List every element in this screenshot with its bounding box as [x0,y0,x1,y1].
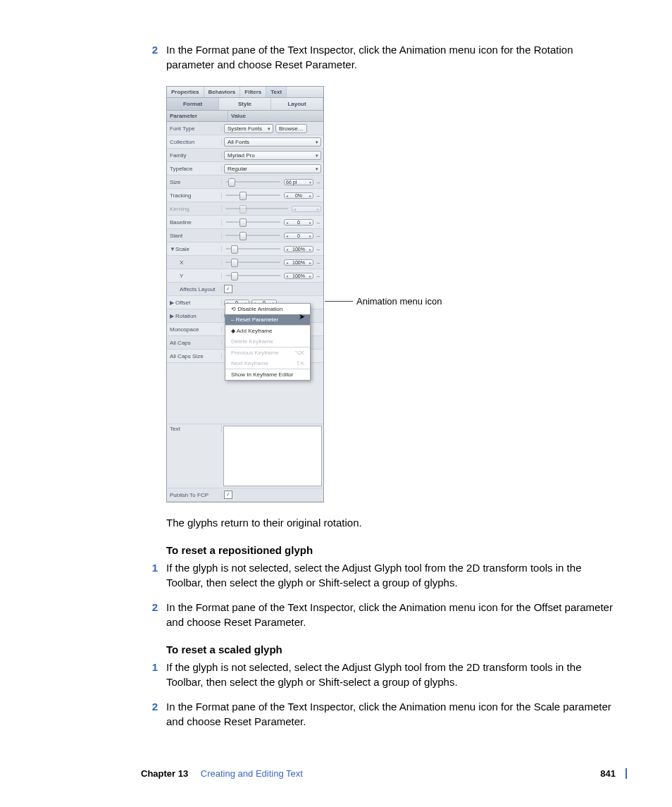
row-scale-y: Y ◂100%▸ – [167,269,323,283]
row-text: Text [167,424,323,488]
label-y: Y [167,273,222,279]
row-tracking: Tracking ◂0%▸ – [167,189,323,202]
screenshot-figure: Properties Behaviors Filters Text Format… [166,86,462,503]
row-slant: Slant ◂0▸ – [167,229,323,242]
menu-add-keyframe[interactable]: ◆ Add Keyframe [225,326,310,336]
row-affects-layout: Affects Layout ✓ [167,283,323,296]
footer-page-number: 841 [600,768,616,779]
label-all-caps-size: All Caps Size [167,353,222,359]
menu-disable-animation[interactable]: ⟲ Disable Animation [225,304,310,314]
animation-menu-icon[interactable]: – [316,219,321,226]
font-type-select[interactable]: System Fonts▾ [224,124,273,133]
x-slider[interactable] [224,259,282,266]
section2-step1: 1 If the glyph is not selected, select t… [141,660,616,689]
text-content-field[interactable] [223,426,322,486]
header-parameter: Parameter [167,111,228,121]
slant-value[interactable]: ◂0▸ [284,233,313,239]
step-body: In the Format pane of the Text Inspector… [166,42,616,72]
y-slider[interactable] [224,272,282,279]
kerning-value: ◂▸ [292,206,321,212]
disclosure-triangle-icon[interactable]: ▼ [170,246,175,252]
collection-select[interactable]: All Fonts▾ [224,137,321,147]
baseline-slider[interactable] [224,218,282,226]
animation-menu-icon[interactable]: – [316,246,321,252]
subtab-format[interactable]: Format [167,98,219,110]
animation-menu-icon[interactable]: – [316,192,321,199]
label-affects-layout: Affects Layout [167,286,222,292]
footer-title: Creating and Editing Text [201,768,303,779]
tracking-value[interactable]: ◂0%▸ [284,192,313,199]
label-publish: Publish To FCP [167,492,222,498]
row-size: Size 66 pt▾ – [167,175,323,189]
animation-context-menu: ⟲ Disable Animation – Reset Parameter ◆ … [225,303,311,381]
animation-menu-icon[interactable]: – [316,233,321,239]
step-body: In the Format pane of the Text Inspector… [166,600,616,629]
step-number: 1 [141,560,158,590]
subtab-style[interactable]: Style [219,98,271,110]
disclosure-triangle-icon[interactable]: ▶ [170,313,175,319]
typeface-select[interactable]: Regular▾ [224,164,321,173]
browse-button[interactable]: Browse… [275,124,307,133]
menu-previous-keyframe: Previous Keyframe⌥K [225,347,310,358]
label-collection: Collection [167,139,222,145]
disclosure-triangle-icon[interactable]: ▶ [170,300,175,306]
y-value[interactable]: ◂100%▸ [284,273,313,279]
tracking-slider[interactable] [224,192,282,199]
section2-step2: 2 In the Format pane of the Text Inspect… [141,699,616,729]
row-scale-x: X ◂100%▸ – [167,256,323,269]
tab-properties[interactable]: Properties [167,87,204,97]
affects-layout-checkbox[interactable]: ✓ [224,285,232,293]
header-value: Value [228,111,323,121]
label-scale: ▼Scale [167,246,222,252]
slant-slider[interactable] [224,232,282,239]
label-size: Size [167,179,222,185]
row-collection: Collection All Fonts▾ [167,135,323,149]
inspector-top-tabs: Properties Behaviors Filters Text [167,87,323,98]
kerning-slider [224,205,290,212]
row-font-type: Font Type System Fonts▾ Browse… [167,122,323,135]
animation-menu-icon[interactable]: – [316,259,321,266]
label-tracking: Tracking [167,192,222,199]
column-header-row: Parameter Value [167,111,323,122]
size-value[interactable]: 66 pt▾ [284,179,313,185]
step-number: 2 [141,699,158,729]
baseline-value[interactable]: ◂0▸ [284,219,313,226]
size-slider[interactable] [224,178,282,185]
subtab-layout[interactable]: Layout [271,98,323,110]
tab-filters[interactable]: Filters [240,87,266,97]
tab-behaviors[interactable]: Behaviors [204,87,241,97]
menu-reset-parameter[interactable]: – Reset Parameter [225,314,310,325]
animation-menu-icon[interactable]: – [316,273,321,279]
publish-checkbox[interactable]: ✓ [224,491,232,499]
scale-value[interactable]: ◂100%▸ [284,246,313,252]
row-kerning: Kerning ◂▸ [167,202,323,216]
row-family: Family Myriad Pro▾ [167,149,323,162]
callout-label: Animation menu icon [356,296,442,307]
x-value[interactable]: ◂100%▸ [284,259,313,266]
label-baseline: Baseline [167,219,222,226]
step-body: If the glyph is not selected, select the… [166,560,616,590]
label-typeface: Typeface [167,166,222,172]
label-offset: ▶Offset [167,300,222,306]
family-select[interactable]: Myriad Pro▾ [224,151,321,160]
text-inspector-panel: Properties Behaviors Filters Text Format… [166,86,324,503]
result-text: The glyphs return to their original rota… [166,515,616,530]
footer-chapter: Chapter 13 [141,768,188,779]
callout-line [325,301,353,302]
subheading-reposition: To reset a repositioned glyph [166,544,616,556]
step-number: 2 [141,600,158,629]
label-text: Text [167,424,222,432]
menu-show-in-keyframe-editor[interactable]: Show In Keyframe Editor [225,369,310,380]
animation-menu-icon[interactable]: – [316,179,321,185]
step-body: If the glyph is not selected, select the… [166,660,616,689]
menu-next-keyframe: Next Keyframe⇧K [225,358,310,369]
row-baseline: Baseline ◂0▸ – [167,216,323,229]
label-font-type: Font Type [167,125,222,132]
step-number: 2 [141,42,158,72]
section1-step1: 1 If the glyph is not selected, select t… [141,560,616,590]
row-scale: ▼Scale ◂100%▸ – [167,242,323,256]
label-kerning: Kerning [167,206,222,212]
scale-slider[interactable] [224,245,282,252]
tab-text[interactable]: Text [266,87,287,97]
label-family: Family [167,152,222,159]
